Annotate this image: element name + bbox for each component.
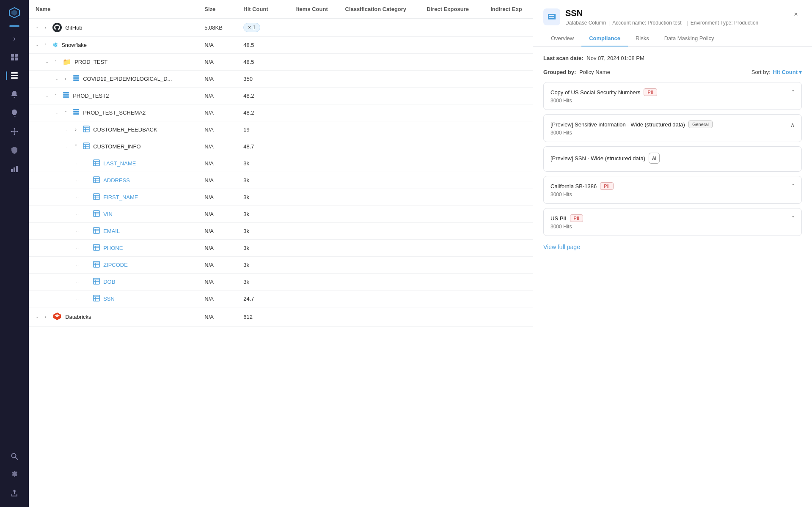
table-row[interactable]: ·· LAST_NAME N/A 3k [29,155,533,172]
expand-button[interactable]: ˅ [41,41,49,49]
sidebar-item-chart[interactable] [6,160,23,177]
row-hit-count: 3k [237,223,289,240]
tab-compliance[interactable]: Compliance [581,31,628,47]
col-header-hit[interactable]: Hit Count [237,0,289,19]
policy-chevron[interactable]: ˅ [792,215,795,222]
policy-badge: General [688,121,713,128]
tab-risks[interactable]: Risks [628,31,657,47]
panel-subtitle-type: Database Column [565,20,606,26]
expand-button[interactable]: ˅ [52,58,59,66]
table-row[interactable]: ·· ˅ 📁 PROD_TEST N/A 48.5 [29,54,533,71]
row-class [339,19,420,37]
expand-button[interactable]: ˅ [62,109,69,117]
policy-card[interactable]: [Preview] SSN - Wide (structured data) A… [543,146,802,172]
sidebar-item-network[interactable] [6,123,23,140]
table-row[interactable]: ·· ZIPCODE N/A 3k [29,257,533,274]
row-size: N/A [198,240,237,257]
row-actions: ·· [76,161,79,166]
sidebar-item-export[interactable] [6,485,23,502]
view-full-page-link[interactable]: View full page [543,244,580,250]
table-row[interactable]: ·· EMAIL N/A 3k [29,223,533,240]
table-row[interactable]: ·· PHONE N/A 3k [29,240,533,257]
svg-rect-32 [83,126,89,132]
row-hit-count: 19 [237,121,289,138]
row-indirect [484,240,533,257]
row-direct [420,274,484,290]
table-row[interactable]: ·· FIRST_NAME N/A 3k [29,189,533,206]
svg-rect-8 [11,77,18,79]
row-class [339,206,420,223]
row-items [289,307,339,327]
tab-data-masking-policy[interactable]: Data Masking Policy [657,31,722,47]
row-direct [420,257,484,274]
row-direct [420,19,484,37]
row-actions: ·· [76,263,79,268]
table-row[interactable]: ·· ˅ PROD_TEST_SCHEMA2 N/A 48.2 [29,104,533,121]
row-size: N/A [198,206,237,223]
policy-badge: PII [600,182,613,190]
policy-chevron[interactable]: ˅ [792,183,795,190]
expand-button[interactable]: › [62,75,69,83]
row-size: N/A [198,104,237,121]
policy-chevron[interactable]: ∧ [790,121,795,128]
sort-by-selector[interactable]: Hit Count ▾ [773,69,802,75]
expand-button[interactable]: › [72,126,80,134]
table-row[interactable]: ·· ˅ ❄ Snowflake N/A 48.5 [29,37,533,54]
table-row[interactable]: ·· DOB N/A 3k [29,274,533,290]
hit-count-x[interactable]: × [248,25,251,30]
table-row[interactable]: ·· › Databricks N/A 612 [29,307,533,327]
table-row[interactable]: ·· ˅ PROD_TEST2 N/A 48.2 [29,88,533,104]
policy-card[interactable]: [Preview] Sensitive information - Wide (… [543,114,802,142]
row-items [289,274,339,290]
sidebar-item-dashboard[interactable] [6,49,23,66]
svg-rect-56 [94,227,99,233]
policy-card[interactable]: US PII PII 3000 Hits ˅ [543,208,802,236]
expand-button[interactable]: ˅ [52,92,59,100]
row-actions: ·· [36,43,38,48]
table-row[interactable]: ·· › COVID19_EPIDEMIOLOGICAL_D... N/A 35… [29,71,533,88]
row-name: VIN [103,211,113,217]
table-row[interactable]: ·· VIN N/A 3k [29,206,533,223]
column-icon [93,210,100,218]
row-class [339,155,420,172]
sidebar-item-settings[interactable] [6,466,23,483]
schema-icon [73,75,80,83]
row-name: SSN [103,296,115,302]
row-hit-count: 48.2 [237,104,289,121]
sidebar-item-search[interactable] [6,448,23,465]
row-size: N/A [198,172,237,189]
table-row[interactable]: ·· ˅ CUSTOMER_INFO N/A 48.7 [29,138,533,155]
table-row[interactable]: ·· › CUSTOMER_FEEDBACK N/A 19 [29,121,533,138]
policy-chevron[interactable]: ˅ [792,89,795,96]
sidebar-item-catalog[interactable] [6,67,23,84]
expand-button[interactable]: › [41,313,49,321]
row-indirect [484,155,533,172]
column-icon [93,159,100,167]
sidebar-item-expand[interactable]: › [6,30,23,47]
expand-button[interactable]: › [41,24,49,31]
svg-rect-3 [15,54,18,57]
row-class [339,104,420,121]
svg-rect-28 [63,96,69,98]
sidebar-item-lightbulb[interactable] [6,104,23,121]
sidebar-item-bell[interactable] [6,86,23,103]
expand-button[interactable]: ˅ [72,143,80,151]
row-actions: ·· [76,195,79,200]
tab-overview[interactable]: Overview [543,31,581,47]
policy-card[interactable]: California SB-1386 PII 3000 Hits ˅ [543,176,802,204]
table-row[interactable]: ·· ADDRESS N/A 3k [29,172,533,189]
row-indirect [484,71,533,88]
column-icon [93,278,100,286]
row-class [339,223,420,240]
policy-card[interactable]: Copy of US Social Security Numbers PII 3… [543,82,802,110]
row-hit-count: 48.5 [237,54,289,71]
policy-cards: Copy of US Social Security Numbers PII 3… [543,82,802,236]
row-class [339,307,420,327]
row-items [289,155,339,172]
row-name: CUSTOMER_FEEDBACK [93,126,157,133]
table-row[interactable]: ·· › GitHub 5.08KB ×1 [29,19,533,37]
table-row[interactable]: ·· SSN N/A 24.7 [29,290,533,307]
panel-close-button[interactable]: × [790,8,802,20]
svg-rect-60 [94,244,99,250]
sidebar-item-shield[interactable] [6,142,23,159]
